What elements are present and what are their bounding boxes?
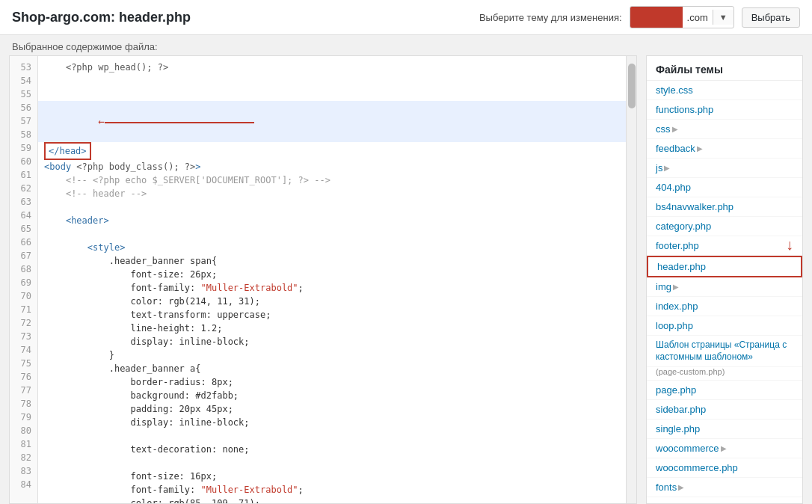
theme-selector[interactable]: .com ▼ [630, 6, 734, 28]
editor-scrollbar[interactable] [626, 56, 636, 503]
theme-value: .com [683, 9, 713, 26]
sidebar-item-page-custom-label[interactable]: Шаблон страницы «Страница скастомным шаб… [647, 336, 802, 367]
sidebar-item-fonts[interactable]: fonts [647, 478, 802, 497]
code-line-67: font-family: "Muller-Extrabold"; [38, 281, 626, 295]
code-line-79: text-decoration: none; [38, 443, 626, 456]
sidebar-item-img[interactable]: img [647, 277, 802, 297]
theme-label: Выберите тему для изменения: [479, 12, 622, 23]
code-line-58: <body <?php body_class(); ?>> [38, 160, 626, 173]
code-line-73: .header_banner a{ [38, 362, 626, 375]
sidebar-item-woocommerce-php[interactable]: woocommerce.php [647, 458, 802, 478]
code-line-60: <!-- header --> [38, 187, 626, 200]
code-line-70: line-height: 1.2; [38, 322, 626, 335]
code-line-53: <?php wp_head(); ?> [38, 61, 626, 74]
code-line-54 [38, 74, 626, 87]
sidebar-item-category-php[interactable]: category.php [647, 217, 802, 236]
code-line-66: font-size: 26px; [38, 268, 626, 281]
choose-button[interactable]: Выбрать [742, 7, 800, 28]
main-layout: 53 54 55 56 57 58 59 60 61 62 63 64 65 6… [0, 55, 812, 504]
code-line-76: padding: 20px 45px; [38, 402, 626, 416]
sidebar-item-index-php[interactable]: index.php [647, 297, 802, 316]
sidebar-item-style-css[interactable]: style.css [647, 81, 802, 100]
page-title: Shop-argo.com: header.php [12, 10, 191, 25]
code-line-62: <header> [38, 214, 626, 227]
sidebar-item-header-php[interactable]: header.php ↓ [647, 256, 802, 277]
top-bar: Shop-argo.com: header.php Выберите тему … [0, 0, 812, 35]
sidebar-item-css[interactable]: css [647, 120, 802, 139]
code-line-80 [38, 456, 626, 470]
theme-color-swatch [630, 7, 683, 28]
dropdown-arrow-icon[interactable]: ▼ [713, 10, 733, 25]
sidebar-item-woocommerce[interactable]: woocommerce [647, 439, 802, 458]
sub-header: Выбранное содержимое файла: [0, 35, 812, 55]
code-line-65: .header_banner span{ [38, 254, 626, 268]
code-line-57: </head> [38, 142, 626, 160]
code-line-83: color: rgb(85, 109, 71); [38, 497, 626, 503]
sidebar-item-loop-php[interactable]: loop.php [647, 316, 802, 336]
sidebar-item-bs4navwalker-php[interactable]: bs4navwalker.php [647, 197, 802, 217]
code-line-61 [38, 200, 626, 214]
sidebar-item-functions-php[interactable]: functions.php [647, 100, 802, 120]
code-line-71: display: inline-block; [38, 335, 626, 348]
scrollbar-thumb[interactable] [628, 64, 636, 108]
code-line-56: ← [38, 101, 626, 142]
code-content[interactable]: <?php wp_head(); ?> ← </head> <body <?ph… [38, 56, 626, 503]
sub-header-label: Выбранное содержимое файла: [12, 41, 158, 52]
sidebar-item-404-php[interactable]: 404.php [647, 178, 802, 197]
code-line-72: } [38, 348, 626, 362]
sidebar-item-page-php[interactable]: page.php [647, 381, 802, 400]
code-line-68: color: rgb(214, 11, 31); [38, 295, 626, 308]
sidebar-item-sidebar-php[interactable]: sidebar.php [647, 400, 802, 420]
code-line-59: <!-- <?php echo $_SERVER['DOCUMENT_ROOT'… [38, 173, 626, 187]
code-line-81: font-size: 16px; [38, 470, 626, 483]
sidebar-item-feedback[interactable]: feedback [647, 139, 802, 159]
red-arrow-down-icon: ↓ [786, 236, 793, 253]
code-line-69: text-transform: uppercase; [38, 308, 626, 322]
top-bar-right: Выберите тему для изменения: .com ▼ Выбр… [479, 6, 800, 28]
code-line-74: border-radius: 8px; [38, 375, 626, 389]
code-line-55 [38, 87, 626, 101]
sidebar-item-single-php[interactable]: single.php [647, 420, 802, 439]
code-line-77: display: inline-block; [38, 416, 626, 429]
code-line-78 [38, 429, 626, 443]
editor-area[interactable]: 53 54 55 56 57 58 59 60 61 62 63 64 65 6… [9, 55, 637, 504]
code-line-75: background: #d2fabb; [38, 389, 626, 402]
line-numbers: 53 54 55 56 57 58 59 60 61 62 63 64 65 6… [10, 56, 38, 503]
editor-inner: 53 54 55 56 57 58 59 60 61 62 63 64 65 6… [10, 56, 636, 503]
file-sidebar: Файлы темы style.css functions.php css f… [646, 55, 803, 504]
sidebar-item-js[interactable]: js [647, 159, 802, 178]
sidebar-item-footer-php[interactable]: footer.php [647, 236, 802, 256]
code-line-64: <style> [38, 241, 626, 254]
code-line-82: font-family: "Muller-Extrabold"; [38, 483, 626, 497]
sidebar-item-page-custom-note: (page-custom.php) [647, 367, 802, 381]
code-line-63 [38, 227, 626, 241]
sidebar-title: Файлы темы [647, 56, 802, 81]
